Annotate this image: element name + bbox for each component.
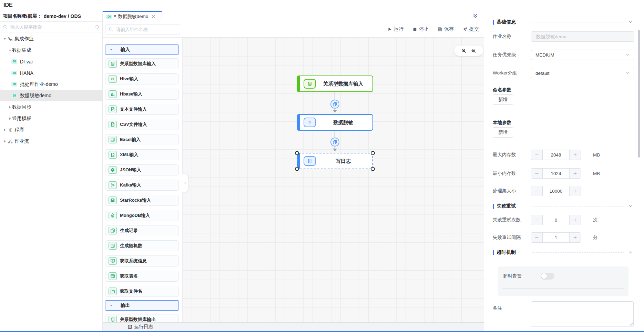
minus-button[interactable] [531,150,543,160]
minus-button[interactable] [531,186,543,196]
plus-button[interactable] [569,150,581,160]
close-icon[interactable] [151,14,156,19]
zoom-out-icon[interactable] [471,48,476,53]
component-item-Excel输入[interactable]: Excel输入 [105,134,179,145]
run-label: 运行 [394,26,403,32]
plus-button[interactable] [569,186,581,196]
zoom-in-icon[interactable] [461,48,466,53]
component-item-文本文件输入[interactable]: 文本文件输入 [105,104,179,115]
top-bar: IDE [0,0,644,10]
field-label: 任务优先级 [493,52,516,58]
remark-textarea[interactable] [531,301,634,327]
tree-item-作业流[interactable]: 作业流 [0,135,102,147]
component-item-XML输入[interactable]: XML输入 [105,149,179,160]
minus-button[interactable] [531,169,543,178]
chevron-down-icon[interactable] [628,250,633,255]
save-icon [438,27,442,32]
plus-button[interactable] [569,233,581,242]
plus-button[interactable] [569,169,581,178]
scrollbar[interactable] [637,21,641,330]
component-item-关系型数据库输出[interactable]: 关系型数据库输出 [105,314,179,322]
component-group-输出[interactable]: 输出 [105,300,179,311]
caret-right-icon[interactable] [8,105,12,109]
component-item-Hive输入[interactable]: HiHive输入 [105,73,179,84]
component-item-关系型数据库输入[interactable]: 关系型数据库输入 [105,58,179,69]
canvas-node-relational-db-input[interactable]: 关系型数据库输入 [297,76,373,92]
double-chevron-down-icon[interactable] [472,13,478,19]
scrollbar-thumb[interactable] [638,30,640,158]
tree-item-集成作业[interactable]: 集成作业 [0,33,102,44]
worker-group-select[interactable]: default [531,68,634,78]
chevron-down-icon[interactable] [628,20,633,24]
resize-grip[interactable] [630,323,633,326]
caret-right-icon[interactable] [8,117,12,120]
component-item-获取文件名[interactable]: 获取文件名 [105,286,179,297]
run-button[interactable]: 运行 [387,26,403,32]
sidebar-search-input[interactable] [10,24,95,30]
minus-button[interactable] [531,233,543,242]
run-log-bar[interactable]: LOG 运行日志 [103,322,484,331]
tree-item-批处理作业-demo[interactable]: DI批处理作业-demo [0,79,102,90]
plus-button[interactable] [569,215,581,225]
component-item-获取表名[interactable]: 获取表名 [105,271,179,282]
kafka-icon [109,181,117,189]
canvas-node-write-log[interactable]: 写日志 [297,153,373,169]
add-named-param-button[interactable]: 新增 [493,94,513,105]
component-item-MongoDB输入[interactable]: MongoDB输入 [105,210,179,221]
retry-interval-value[interactable]: 1 [543,233,569,242]
local-params-label: 本地参数 [493,120,511,126]
flow-canvas[interactable]: 关系型数据库输入 ****** 数据脱敏 [182,38,484,322]
add-local-param-button[interactable]: 新增 [493,127,513,138]
caret-right-icon[interactable] [3,128,7,132]
retry-times-value[interactable]: 0 [543,215,569,225]
collapse-palette-handle[interactable] [182,174,188,192]
max-memory-value[interactable]: 2048 [543,150,569,160]
section-divider [532,22,624,22]
tab-data-masking-demo[interactable]: DI * 数据脱敏demo [103,11,162,21]
resize-handle[interactable] [295,151,299,155]
tree-item-label: 集成作业 [14,36,34,42]
component-item-生成记录[interactable]: 生成记录 [105,225,179,236]
component-group-输入[interactable]: 输入 [105,44,179,55]
component-item-Kafka输入[interactable]: Kafka输入 [105,180,179,191]
tree-item-数据脱敏demo[interactable]: DI数据脱敏demo [0,90,102,101]
tree-item-通用模板[interactable]: 通用模板 [0,113,102,124]
chevron-down-icon[interactable] [628,204,633,209]
component-item-StarRocks输入[interactable]: StarRocks输入 [105,195,179,206]
submit-button[interactable]: 提交 [463,26,479,32]
tree-item-HANA[interactable]: DIHANA [0,67,102,79]
component-item-获取系统信息[interactable]: 获取系统信息 [105,255,179,266]
tree-item-label: 数据脱敏demo [20,93,51,99]
minus-button[interactable] [531,215,543,225]
tree-item-数据集成[interactable]: 数据集成 [0,44,102,56]
component-item-生成随机数[interactable]: 生成随机数 [105,240,179,251]
canvas-node-data-masking[interactable]: ****** 数据脱敏 [297,114,373,131]
gear-icon [8,128,13,132]
edge-copy-badge[interactable] [330,100,339,109]
caret-down-icon[interactable] [3,37,7,41]
component-item-JSON输入[interactable]: JSON输入 [105,164,179,175]
timeout-alarm-box: 超时告警 [498,266,628,296]
resize-handle[interactable] [371,151,375,155]
stop-button[interactable]: 停止 [412,26,429,32]
resize-handle[interactable] [371,167,375,171]
component-item-Hbase输入[interactable]: Hbase输入 [105,89,179,100]
tree-item-DI-var[interactable]: DIDI-var [0,56,102,67]
resize-handle[interactable] [295,167,299,171]
edge-copy-badge[interactable] [330,138,339,147]
batch-size-value[interactable]: 10000 [543,186,569,196]
component-item-CSV文件输入[interactable]: CSVCSV文件输入 [105,119,179,130]
unit-label: 次 [593,217,598,223]
timeout-alarm-toggle[interactable] [541,273,554,280]
priority-select[interactable]: MEDIUM [531,50,634,60]
tree-item-数据同步[interactable]: 数据同步 [0,101,102,113]
tree-item-程序[interactable]: 程序 [0,124,102,135]
generate-random-icon [109,242,117,250]
caret-right-icon[interactable] [3,140,7,143]
save-button[interactable]: 保存 [438,26,454,32]
component-search-input[interactable] [115,27,177,32]
locate-icon[interactable] [95,24,100,29]
min-memory-value[interactable]: 1024 [543,169,569,178]
caret-down-icon[interactable] [8,49,12,52]
job-name-input[interactable] [535,34,630,40]
